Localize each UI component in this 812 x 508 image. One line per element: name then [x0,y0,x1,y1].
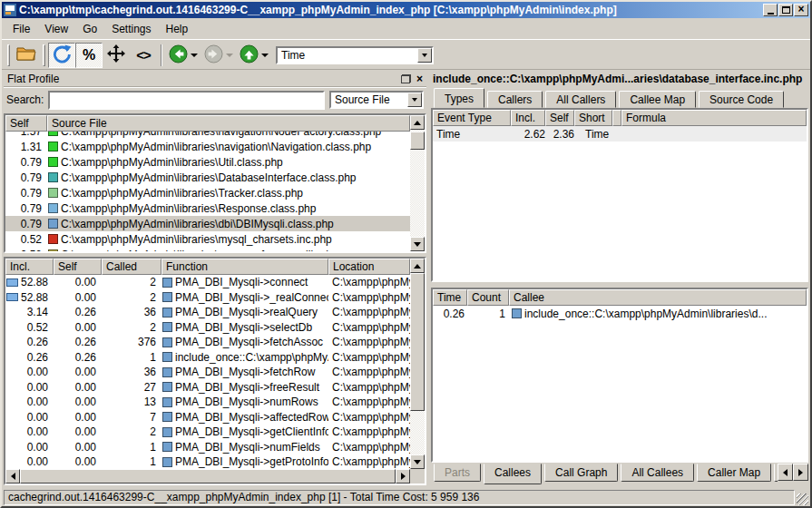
col-header-self[interactable]: Self [5,115,47,132]
col-header-self[interactable]: Self [545,110,574,126]
menu-go[interactable]: Go [75,20,104,38]
menu-view[interactable]: View [37,20,75,38]
tab-all-callers[interactable]: All Callers [545,91,616,108]
tab-source-code[interactable]: Source Code [699,91,784,108]
scroll-right-button[interactable] [396,469,410,484]
reload-button[interactable] [48,43,75,68]
tab-call-graph[interactable]: Call Graph [544,464,618,482]
file-row[interactable]: 0.79C:\xampp\phpMyAdmin\libraries\dbi\DB… [5,216,410,231]
scroll-up-button[interactable] [410,259,425,273]
file-row[interactable]: 0.52C:\xampp\phpMyAdmin\libraries\mysql_… [5,231,410,247]
dock-float-icon[interactable] [401,74,411,83]
close-button[interactable]: × [794,4,808,16]
up-button[interactable] [237,43,260,68]
percentage-button[interactable]: % [75,43,103,68]
function-row[interactable]: 0.000.001PMA_DBI_Mysqli->numFieldsC:\xam… [5,440,410,455]
col-header-event-type[interactable]: Event Type [433,110,511,126]
col-header-incl[interactable]: Incl. [5,259,54,275]
maximize-button[interactable] [778,4,793,16]
file-row[interactable]: 0.52C:\xampp\phpMyAdmin\libraries\user_p… [5,247,410,251]
dock-close-icon[interactable]: × [416,74,423,83]
col-header-time[interactable]: Time [433,289,467,306]
back-button[interactable] [166,43,190,68]
function-row[interactable]: 0.000.002PMA_DBI_Mysqli->getClientInfoC:… [5,425,410,440]
scroll-up-button[interactable] [410,115,425,130]
function-row[interactable]: 0.260.261include_once::C:\xampp\phpMyAd.… [5,350,410,366]
tab-callee-map[interactable]: Callee Map [619,91,696,108]
function-row[interactable]: 52.880.002PMA_DBI_Mysqli->_realConnectC:… [5,290,410,306]
function-table-hscrollbar[interactable] [5,469,410,484]
toolbar-grip[interactable] [43,44,45,66]
col-header-source-file[interactable]: Source File [47,115,410,132]
menu-settings[interactable]: Settings [104,20,158,38]
tab-callees[interactable]: Callees [484,464,542,484]
file-row[interactable]: 0.79C:\xampp\phpMyAdmin\libraries\Tracke… [5,185,410,200]
scrollbar-thumb[interactable] [410,273,425,411]
scroll-left-button[interactable] [5,469,20,484]
combo-dropdown-button[interactable] [407,93,422,107]
file-row[interactable]: 0.79C:\xampp\phpMyAdmin\libraries\Databa… [5,170,410,185]
event-type-combo[interactable]: Time [276,46,434,64]
callee-row[interactable]: 0.26 1 include_once::C:\xampp\phpMyAdmin… [433,306,807,321]
function-row[interactable]: 0.000.0036PMA_DBI_Mysqli->fetchRowC:\xam… [5,365,410,380]
minimize-button[interactable] [763,4,778,16]
title-bar[interactable]: C:\xampp\tmp\cachegrind.out.1416463299-C… [2,2,810,18]
function-icon [162,322,172,332]
scrollbar-thumb[interactable] [410,132,425,150]
col-header-callee[interactable]: Callee [509,289,807,306]
file-row[interactable]: 0.79C:\xampp\phpMyAdmin\libraries\Util.c… [5,154,410,170]
search-input[interactable] [48,91,325,110]
combo-dropdown-button[interactable] [417,48,432,63]
dock-title-bar[interactable]: Flat Profile × [4,72,426,87]
forward-button[interactable] [201,43,225,68]
col-header-formula[interactable]: Formula [621,110,807,126]
relative-cost-button[interactable]: <> [130,43,157,68]
function-table-vscrollbar[interactable] [410,259,425,469]
function-row[interactable]: 0.000.007PMA_DBI_Mysqli->affectedRowsC:\… [5,410,410,425]
event-type-row[interactable]: Time 2.62 2.36 Time [433,126,807,142]
col-header-count[interactable]: Count [467,289,509,306]
tab-caller-map[interactable]: Caller Map [697,464,771,482]
dock-panels-button[interactable] [103,43,130,68]
function-row[interactable]: 0.520.002PMA_DBI_Mysqli->selectDbC:\xamp… [5,320,410,336]
group-by-combo[interactable]: Source File [329,91,424,109]
col-header-incl[interactable]: Incl. [511,110,545,126]
function-name: PMA_DBI_Mysqli->fetchRow [175,366,315,378]
function-row[interactable]: 0.000.0013PMA_DBI_Mysqli->numRowsC:\xamp… [5,395,410,410]
col-header-called[interactable]: Called [102,259,161,275]
menu-help[interactable]: Help [159,20,196,38]
col-header-function[interactable]: Function [161,259,328,275]
scrollbar-thumb[interactable] [20,469,396,484]
col-header-location[interactable]: Location [328,259,410,275]
col-header-short[interactable]: Short [574,110,612,126]
scroll-down-button[interactable] [410,237,425,251]
file-row[interactable]: 1.57C:\xampp\phpMyAdmin\libraries\naviga… [5,132,410,139]
tab-all-callees[interactable]: All Callees [621,464,694,482]
toolbar-grip[interactable] [7,44,10,66]
tab-callers[interactable]: Callers [487,91,543,108]
tab-types[interactable]: Types [434,88,484,108]
app-icon [4,4,16,16]
open-file-button[interactable] [13,43,40,68]
file-row[interactable]: 1.31C:\xampp\phpMyAdmin\libraries\naviga… [5,139,410,154]
back-dropdown-icon[interactable] [191,54,198,57]
forward-dropdown-icon[interactable] [226,54,233,57]
file-list-vscrollbar[interactable] [410,115,425,251]
menu-file[interactable]: File [5,20,37,38]
resize-grip-icon[interactable] [797,493,808,505]
up-dropdown-icon[interactable] [261,54,269,57]
tabs-scroll-right-button[interactable] [793,464,808,481]
called-count: 2 [102,425,161,438]
arrow-down-icon [414,460,421,464]
tab-parts[interactable]: Parts [434,464,481,482]
file-row[interactable]: 0.79C:\xampp\phpMyAdmin\libraries\Respon… [5,200,410,216]
incl-cost: 0.00 [5,425,54,438]
tabs-scroll-left-button[interactable] [778,464,793,481]
function-row[interactable]: 0.260.26376PMA_DBI_Mysqli->fetchAssocC:\… [5,335,410,350]
function-row[interactable]: 0.000.001PMA_DBI_Mysqli->getProtoInfoC:\… [5,454,410,469]
function-row[interactable]: 3.140.2636PMA_DBI_Mysqli->realQueryC:\xa… [5,305,410,320]
function-row[interactable]: 52.880.002PMA_DBI_Mysqli->connectC:\xamp… [5,275,410,290]
col-header-self[interactable]: Self [54,259,102,275]
function-row[interactable]: 0.000.0027PMA_DBI_Mysqli->freeResultC:\x… [5,380,410,396]
scroll-down-button[interactable] [410,454,425,469]
